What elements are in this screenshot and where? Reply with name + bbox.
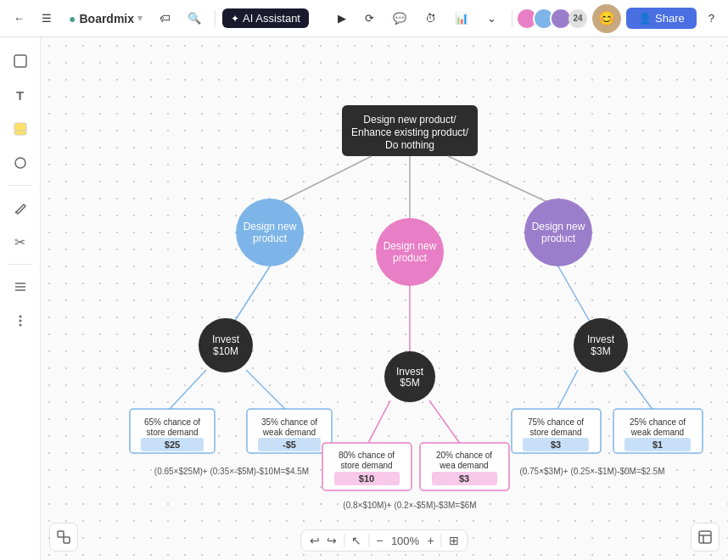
share-icon: 👤: [638, 12, 652, 25]
svg-rect-13: [699, 531, 711, 543]
box1-text2: store demand: [146, 428, 198, 437]
sidebar-item-shapes[interactable]: [5, 46, 36, 76]
invest-10m-text2: $10M: [213, 345, 238, 357]
box3-value: $10: [359, 473, 374, 484]
root-text-line2: Enhance existing product/: [351, 126, 469, 138]
help-button[interactable]: ?: [702, 6, 721, 31]
invest5-to-box4-line: [429, 400, 461, 445]
sidebar-item-text[interactable]: T: [5, 80, 36, 110]
root-to-left-line: [270, 156, 372, 207]
svg-point-3: [15, 158, 25, 168]
box4-text1: 20% chance of: [436, 451, 492, 460]
sidebar-item-pen[interactable]: [5, 193, 36, 223]
chart-button[interactable]: 📊: [448, 6, 475, 31]
tag-icon: 🏷: [160, 12, 171, 25]
zoom-in-button[interactable]: +: [428, 534, 434, 547]
invest-5m-text2: $5M: [400, 377, 419, 389]
left-design-text2: product: [253, 232, 288, 244]
share-button[interactable]: 👤 Share: [626, 8, 697, 29]
box3-text2: store demand: [340, 461, 392, 470]
sidebar-separator-2: [8, 264, 32, 265]
tag-button[interactable]: 🏷: [153, 6, 177, 31]
back-icon: ←: [14, 12, 25, 25]
invest3-to-box5-line: [557, 370, 578, 411]
box4-value: $3: [459, 473, 469, 484]
box5-text2: store demand: [529, 428, 581, 437]
sidebar-item-scissors[interactable]: ✂: [5, 227, 36, 257]
ai-assistant-button[interactable]: ✦ AI Assistant: [222, 8, 309, 28]
sidebar-item-more[interactable]: [5, 305, 36, 336]
box2-value: -$5: [283, 440, 296, 450]
invest-3m-text1: Invest: [587, 333, 615, 345]
box3-text1: 80% chance of: [339, 451, 395, 460]
svg-rect-11: [58, 531, 64, 537]
invest-5m-text1: Invest: [396, 366, 424, 378]
invest3-to-box6-line: [624, 370, 653, 411]
toolbar-right: ▶ ⟳ 💬 ⏱ 📊 ⌄ 24 😊 👤 Share ?: [331, 4, 721, 33]
bottombar-separator: [344, 534, 344, 547]
invest5-to-box3-line: [367, 400, 390, 445]
comment-button[interactable]: 💬: [386, 6, 413, 31]
avatar-count: 24: [568, 9, 587, 28]
box4-text2: wea demand: [439, 461, 488, 470]
ai-icon: ✦: [231, 13, 239, 25]
corner-right-button[interactable]: [691, 523, 720, 552]
sidebar-item-list[interactable]: [5, 272, 36, 302]
svg-point-9: [19, 320, 21, 322]
cursor-button[interactable]: ↖: [351, 534, 361, 547]
timer-button[interactable]: ⟳: [358, 6, 381, 31]
redo-button[interactable]: ↪: [327, 534, 337, 547]
svg-rect-0: [14, 55, 26, 67]
play-button[interactable]: ▶: [331, 6, 353, 31]
root-text-line3: Do nothing: [385, 139, 434, 151]
center-design-text2: product: [393, 252, 428, 264]
left-to-invest-line: [232, 266, 270, 326]
left-sidebar: T ✂: [0, 37, 41, 560]
invest10-to-box2-line: [246, 370, 287, 411]
bottom-toolbar: ↩ ↪ ↖ − 100% + ⊞: [300, 529, 468, 552]
grid-button[interactable]: ⊞: [449, 534, 459, 547]
separator-2: [512, 10, 512, 27]
svg-rect-12: [64, 537, 70, 543]
svg-rect-1: [14, 123, 26, 135]
svg-point-8: [19, 316, 21, 318]
box2-text1: 35% chance of: [261, 417, 317, 427]
bottombar-separator2: [368, 534, 369, 547]
tree-svg: Design new product/ Enhance existing pro…: [83, 80, 720, 546]
sidebar-item-sticky[interactable]: [5, 114, 36, 144]
formula-center: (0.8×$10M)+ (0.2×-$5M)-$3M=$6M: [343, 501, 476, 510]
toolbar: ← ☰ ● Boardmix ▾ 🏷 🔍 ✦ AI Assistant ▶ ⟳ …: [0, 0, 728, 37]
center-design-text1: Design new: [384, 240, 437, 252]
menu-icon: ☰: [42, 12, 52, 25]
left-design-text1: Design new: [244, 221, 297, 232]
box1-text1: 65% chance of: [144, 417, 200, 427]
svg-point-10: [19, 324, 21, 327]
box5-text1: 75% chance of: [528, 417, 584, 427]
box6-text2: weak demand: [630, 428, 684, 437]
box6-value: $1: [652, 440, 663, 450]
decision-tree-diagram: Design new product/ Enhance existing pro…: [83, 80, 720, 550]
sidebar-item-circle[interactable]: [5, 148, 36, 178]
right-to-invest-line: [558, 266, 592, 326]
back-button[interactable]: ←: [7, 6, 31, 31]
root-to-right-line: [448, 156, 558, 207]
right-design-text1: Design new: [532, 221, 585, 232]
formula-left: (0.65×$25M)+ (0.35×-$5M)-$10M=$4.5M: [154, 467, 309, 476]
box2-text2: weak demand: [262, 428, 316, 437]
zoom-out-button[interactable]: −: [376, 534, 383, 547]
user-avatar[interactable]: 😊: [592, 4, 621, 33]
menu-button[interactable]: ☰: [35, 6, 59, 31]
invest10-to-box1-line: [168, 370, 206, 411]
box5-value: $3: [551, 440, 561, 450]
share-label: Share: [655, 12, 685, 25]
canvas-area[interactable]: Design new product/ Enhance existing pro…: [41, 37, 728, 560]
ai-label: AI Assistant: [243, 12, 300, 25]
search-button[interactable]: 🔍: [181, 6, 208, 31]
more-tools-button[interactable]: ⌄: [480, 6, 503, 31]
root-text-line1: Design new product/: [363, 114, 456, 126]
undo-button[interactable]: ↩: [310, 534, 320, 547]
corner-left-button[interactable]: [49, 523, 78, 552]
clock-button[interactable]: ⏱: [418, 6, 443, 31]
main-area: T ✂ Design new product/ Enhance existing…: [0, 37, 728, 560]
right-design-text2: product: [541, 232, 576, 244]
